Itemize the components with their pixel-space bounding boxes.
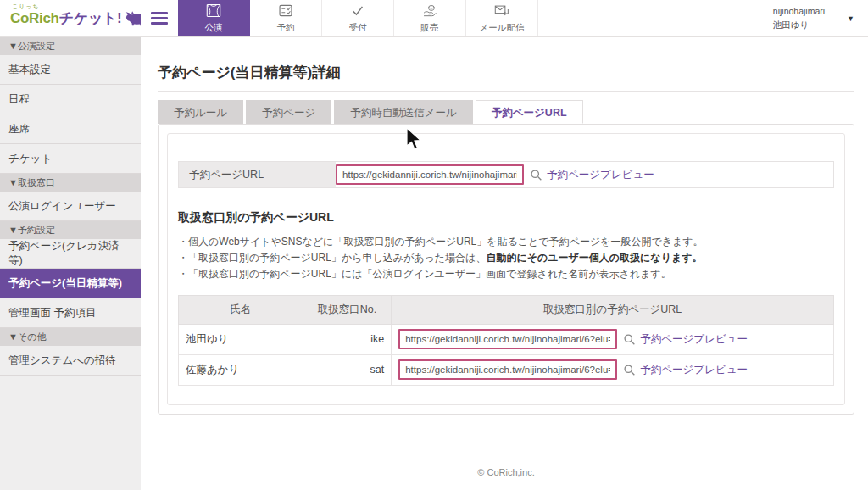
sidebar-header-performance-settings[interactable]: ▼公演設定 bbox=[0, 37, 141, 55]
reservation-url-row: 予約ページURL 予約ページプレビュー bbox=[178, 161, 834, 188]
cell-name: 池田ゆり bbox=[179, 324, 303, 354]
sidebar-item-system-invite[interactable]: 管理システムへの招待 bbox=[0, 346, 141, 376]
note-line: ・「取扱窓口別の予約ページURL」には「公演ログインユーザー」画面で登録された名… bbox=[178, 266, 834, 282]
note-line: ・個人のWebサイトやSNSなどに「取扱窓口別の予約ページURL」を貼ることで予… bbox=[178, 234, 834, 250]
main-content: 予約ページ(当日精算等)詳細 予約ルール 予約ページ 予約時自動送信メール 予約… bbox=[141, 37, 868, 490]
chevron-down-icon: ▼ bbox=[847, 14, 854, 23]
sidebar-header-reservation-settings[interactable]: ▼予約設定 bbox=[0, 221, 141, 239]
reservation-url-preview-link[interactable]: 予約ページプレビュー bbox=[530, 168, 654, 182]
col-header-window-no: 取扱窓口No. bbox=[303, 295, 391, 324]
sidebar-item-seats[interactable]: 座席 bbox=[0, 114, 141, 144]
sidebar-item-admin-reservation-fields[interactable]: 管理画面 予約項目 bbox=[0, 298, 141, 328]
main-nav: 公演 予約 受付 販売 メール配信 bbox=[178, 0, 538, 36]
sidebar-item-basic-settings[interactable]: 基本設定 bbox=[0, 55, 141, 85]
user-org: nijinohajimari bbox=[773, 5, 825, 19]
window-url-preview-link[interactable]: 予約ページプレビュー bbox=[623, 363, 748, 377]
sidebar-item-login-users[interactable]: 公演ログインユーザー bbox=[0, 192, 141, 221]
window-url-input[interactable] bbox=[398, 359, 617, 380]
table-header-row: 氏名 取扱窓口No. 取扱窓口別の予約ページURL bbox=[179, 295, 834, 324]
reservation-url-value: 予約ページプレビュー bbox=[336, 162, 833, 187]
tab-reservation-rules[interactable]: 予約ルール bbox=[158, 100, 243, 124]
user-info: nijinohajimari 池田ゆり bbox=[773, 5, 825, 32]
checklist-icon bbox=[277, 3, 294, 19]
reservation-url-label: 予約ページURL bbox=[179, 162, 336, 187]
window-url-table: 氏名 取扱窓口No. 取扱窓口別の予約ページURL 池田ゆり ike bbox=[178, 295, 834, 386]
nav-item-mail-delivery[interactable]: メール配信 bbox=[466, 0, 538, 36]
top-bar: こりっちCoRichチケット! 公演 予約 bbox=[0, 0, 868, 37]
cell-window-url: 予約ページプレビュー bbox=[392, 354, 834, 385]
section-notes: ・個人のWebサイトやSNSなどに「取扱窓口別の予約ページURL」を貼ることで予… bbox=[178, 234, 834, 283]
user-menu[interactable]: nijinohajimari 池田ゆり ▼ bbox=[759, 0, 868, 36]
nav-item-sales[interactable]: 販売 bbox=[394, 0, 466, 36]
app-logo-text: こりっちCoRichチケット! bbox=[10, 8, 121, 28]
sidebar-item-reservation-page-card[interactable]: 予約ページ(クレカ決済等) bbox=[0, 239, 141, 269]
page-title: 予約ページ(当日精算等)詳細 bbox=[158, 37, 854, 92]
col-header-name: 氏名 bbox=[179, 295, 303, 324]
check-icon bbox=[349, 3, 366, 19]
nav-item-reception[interactable]: 受付 bbox=[322, 0, 394, 36]
cell-window-url: 予約ページプレビュー bbox=[392, 324, 834, 354]
hand-coin-icon bbox=[421, 3, 438, 19]
sidebar-header-other[interactable]: ▼その他 bbox=[0, 328, 141, 346]
cell-name: 佐藤あかり bbox=[179, 354, 303, 385]
sidebar-item-reservation-page-sameday[interactable]: 予約ページ(当日精算等) bbox=[0, 269, 141, 298]
tab-reservation-page-url[interactable]: 予約ページURL bbox=[476, 100, 583, 124]
hamburger-menu-button[interactable] bbox=[141, 0, 178, 36]
sidebar-header-sales-window[interactable]: ▼取扱窓口 bbox=[0, 174, 141, 192]
curtain-icon bbox=[205, 3, 222, 19]
nav-item-performance[interactable]: 公演 bbox=[178, 0, 250, 36]
tab-panel-inner: 予約ページURL 予約ページプレビュー 取扱窓口別の予約ページURL ・個人のW… bbox=[167, 133, 845, 405]
window-url-preview-link[interactable]: 予約ページプレビュー bbox=[623, 332, 748, 347]
cell-window-no: ike bbox=[303, 324, 391, 354]
note-line: ・「取扱窓口別の予約ページURL」から申し込みがあった場合は、自動的にそのユーザ… bbox=[178, 250, 834, 266]
tab-auto-send-mail[interactable]: 予約時自動送信メール bbox=[334, 100, 473, 124]
reservation-url-input[interactable] bbox=[336, 164, 524, 185]
search-icon bbox=[623, 364, 636, 376]
window-url-input[interactable] bbox=[398, 329, 617, 349]
nav-item-reservation[interactable]: 予約 bbox=[250, 0, 322, 36]
sidebar-item-schedule[interactable]: 日程 bbox=[0, 85, 141, 114]
cell-window-no: sat bbox=[303, 354, 391, 385]
mail-icon bbox=[493, 3, 510, 19]
footer-copyright: © CoRich,inc. bbox=[158, 467, 854, 477]
user-name: 池田ゆり bbox=[773, 19, 825, 32]
sidebar: ▼公演設定 基本設定 日程 座席 チケット ▼取扱窓口 公演ログインユーザー ▼… bbox=[0, 37, 141, 490]
col-header-window-url: 取扱窓口別の予約ページURL bbox=[392, 295, 834, 324]
tab-panel: 予約ページURL 予約ページプレビュー 取扱窓口別の予約ページURL ・個人のW… bbox=[158, 124, 854, 415]
sidebar-item-tickets[interactable]: チケット bbox=[0, 144, 141, 174]
logo-ruby-text: こりっち bbox=[12, 3, 40, 11]
app-logo[interactable]: こりっちCoRichチケット! bbox=[0, 0, 141, 36]
section-heading: 取扱窓口別の予約ページURL bbox=[178, 210, 834, 226]
search-icon bbox=[623, 333, 636, 346]
tab-bar: 予約ルール 予約ページ 予約時自動送信メール 予約ページURL bbox=[158, 100, 854, 124]
table-row: 佐藤あかり sat 予約ページプレビュー bbox=[179, 354, 834, 385]
tab-reservation-page[interactable]: 予約ページ bbox=[246, 100, 331, 124]
search-icon bbox=[530, 169, 542, 181]
table-row: 池田ゆり ike 予約ページプレビュー bbox=[179, 324, 834, 354]
